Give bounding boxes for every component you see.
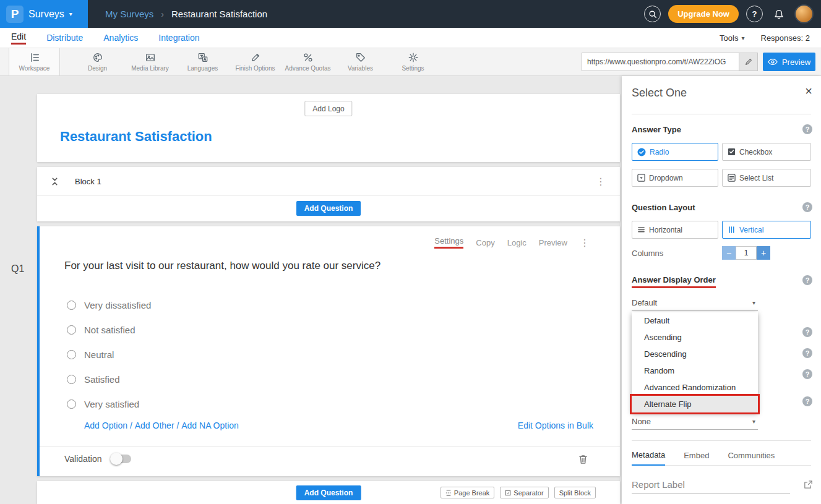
toolbar-item-finish-options[interactable]: Finish Options (229, 48, 282, 75)
add-na-option-link[interactable]: Add NA Option (181, 421, 239, 430)
toolbar-item-media-library[interactable]: Media Library (124, 48, 176, 75)
radio-icon[interactable] (67, 375, 76, 384)
report-label-input[interactable] (632, 493, 790, 493)
radio-icon[interactable] (67, 399, 76, 409)
survey-url-field: https://www.questionpro.com/t/AW22ZiOG (582, 53, 758, 71)
toolbar-item-variables[interactable]: Variables (334, 48, 387, 75)
question-layout-label: Question Layout (632, 203, 695, 212)
tab-analytics[interactable]: Analytics (103, 33, 138, 43)
responses-count[interactable]: Responses: 2 (761, 33, 810, 43)
question-text[interactable]: For your last visit to our restaurant, h… (64, 260, 380, 272)
answer-display-order-select[interactable]: Default ▾ (632, 295, 758, 311)
answer-option-row[interactable]: Neutral (67, 342, 151, 367)
block-more-options-icon[interactable]: ⋮ (596, 176, 606, 187)
add-other-link[interactable]: Add Other (135, 421, 182, 430)
help-icon[interactable]: ? (802, 275, 812, 285)
answer-type-checkbox-button[interactable]: Checkbox (722, 143, 811, 161)
validation-toggle[interactable] (111, 455, 131, 463)
columns-decrease-button[interactable]: − (722, 246, 736, 260)
toolbar-item-languages[interactable]: Languages (176, 48, 229, 75)
tab-metadata[interactable]: Metadata (632, 450, 665, 466)
external-link-icon[interactable] (803, 481, 812, 492)
toolbar-item-design[interactable]: Design (71, 48, 124, 75)
radio-selected-icon (637, 148, 646, 156)
separator-button[interactable]: Separator (500, 487, 548, 498)
toolbar-item-advance-quotas[interactable]: Advance Quotas (282, 48, 334, 75)
block-card: Block 1 ⋮ Add Question (37, 167, 620, 221)
tab-communities[interactable]: Communities (728, 451, 775, 465)
tools-menu[interactable]: Tools▾ (720, 33, 744, 43)
menu-item-random[interactable]: Random (632, 362, 758, 379)
product-switcher[interactable]: P Surveys ▾ (0, 0, 88, 28)
columns-value[interactable]: 1 (736, 246, 757, 260)
add-logo-button[interactable]: Add Logo (304, 101, 352, 116)
tab-embed[interactable]: Embed (684, 451, 709, 465)
help-icon[interactable]: ? (802, 369, 812, 379)
radio-icon[interactable] (67, 301, 76, 310)
answer-option-row[interactable]: Not satisfied (67, 317, 151, 342)
block-footer-bar: Add Question Page Break Separator Split … (37, 481, 620, 504)
toolbar-item-workspace[interactable]: Workspace (9, 48, 60, 75)
help-circle-icon[interactable]: ? (746, 6, 763, 22)
help-icon[interactable]: ? (802, 396, 812, 406)
columns-increase-button[interactable]: + (757, 246, 770, 260)
question-more-options-icon[interactable]: ⋮ (580, 237, 590, 249)
select-list-icon (728, 174, 736, 182)
dropdown-icon (637, 174, 645, 182)
answer-type-dropdown-button[interactable]: Dropdown (632, 169, 718, 187)
user-avatar[interactable] (794, 4, 814, 23)
question-logic-link[interactable]: Logic (507, 238, 527, 247)
breadcrumb-current-survey: Restaurant Satisfaction (171, 9, 267, 19)
help-icon[interactable]: ? (802, 327, 812, 337)
answer-option-row[interactable]: Satisfied (67, 367, 151, 391)
split-block-button[interactable]: Split Block (554, 487, 596, 498)
radio-icon[interactable] (67, 325, 76, 335)
help-icon[interactable]: ? (802, 124, 812, 134)
menu-item-alternate-flip[interactable]: Alternate Flip (632, 396, 758, 412)
block-title[interactable]: Block 1 (75, 177, 101, 186)
toolbar-item-settings[interactable]: Settings (387, 48, 439, 75)
layout-vertical-button[interactable]: Vertical (722, 221, 811, 239)
add-option-link[interactable]: Add Option (84, 421, 135, 430)
radio-icon[interactable] (67, 350, 76, 359)
answer-option-row[interactable]: Very dissatisfied (67, 293, 151, 317)
close-icon[interactable]: × (805, 85, 812, 97)
search-icon[interactable] (644, 6, 661, 22)
question-settings-panel: Select One × Answer Type ? Radio Checkbo… (622, 76, 821, 504)
tab-edit[interactable]: Edit (11, 32, 26, 45)
menu-item-default[interactable]: Default (632, 312, 758, 329)
delete-question-trash-icon[interactable] (578, 454, 588, 467)
page-break-button[interactable]: Page Break (441, 487, 494, 498)
answer-type-radio-button[interactable]: Radio (632, 143, 718, 161)
upgrade-now-button[interactable]: Upgrade Now (668, 5, 739, 23)
menu-item-descending[interactable]: Descending (632, 346, 758, 362)
tab-distribute[interactable]: Distribute (46, 33, 83, 43)
secondary-select[interactable]: None ▾ (632, 414, 758, 430)
question-toolbar: Settings Copy Logic Preview ⋮ (434, 236, 590, 249)
media-library-icon (145, 52, 156, 63)
breadcrumb-my-surveys[interactable]: My Surveys (105, 9, 153, 19)
question-number-label: Q1 (11, 263, 24, 275)
survey-title[interactable]: Restaurant Satisfaction (60, 129, 212, 145)
answer-option-row[interactable]: Very satisfied (67, 391, 151, 416)
question-settings-link[interactable]: Settings (434, 236, 463, 249)
add-question-button-bottom[interactable]: Add Question (296, 485, 361, 500)
tab-integration[interactable]: Integration (158, 33, 199, 43)
menu-item-ascending[interactable]: Ascending (632, 329, 758, 346)
preview-button[interactable]: Preview (763, 53, 815, 71)
notifications-bell-icon[interactable] (770, 6, 787, 22)
help-icon[interactable]: ? (802, 202, 812, 212)
survey-url-text[interactable]: https://www.questionpro.com/t/AW22ZiOG (582, 53, 739, 70)
answer-type-select-list-button[interactable]: Select List (722, 169, 811, 187)
panel-divider (632, 440, 811, 441)
question-preview-link[interactable]: Preview (539, 238, 567, 247)
collapse-block-icon[interactable] (51, 177, 59, 186)
edit-url-pencil-icon[interactable] (739, 53, 757, 70)
menu-item-advanced-randomization[interactable]: Advanced Randomization (632, 379, 758, 396)
survey-header-card: Add Logo Restaurant Satisfaction (37, 94, 620, 162)
help-icon[interactable]: ? (802, 348, 812, 358)
edit-options-in-bulk-link[interactable]: Edit Options in Bulk (518, 421, 593, 430)
add-question-button-top[interactable]: Add Question (296, 201, 361, 216)
layout-horizontal-button[interactable]: Horizontal (632, 221, 718, 239)
question-copy-link[interactable]: Copy (476, 238, 494, 247)
